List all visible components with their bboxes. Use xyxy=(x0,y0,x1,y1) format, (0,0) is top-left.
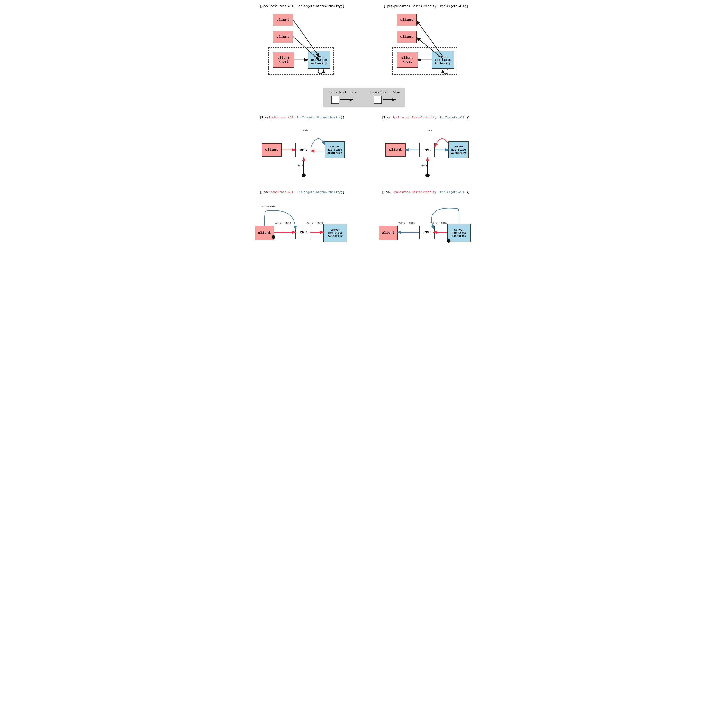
label-3-right-open: [Rpc( xyxy=(382,190,393,194)
label-2-left-plain: [Rpc( xyxy=(260,116,269,119)
var-label-top-left: var a = data xyxy=(259,205,275,208)
var-label-right-left: var a = data xyxy=(307,222,323,224)
legend-false-box xyxy=(374,96,382,104)
client-var-2: client xyxy=(379,226,398,240)
label-3-left-c: , xyxy=(293,190,297,194)
legend: invoke local = true xyxy=(323,88,405,107)
client-rpc-2: client xyxy=(385,143,406,157)
var-label-mid-right: var a = data xyxy=(398,222,414,224)
page-container: [Rpc(RpcSources.All, RpcTargets.StateAut… xyxy=(245,5,483,254)
client-box-2: client xyxy=(273,31,293,43)
server-box-2: serverHas StateAuthority xyxy=(431,51,454,69)
label-2-left-blue: RpcTargets.StateAuthority xyxy=(297,116,341,119)
client-host-box-1: client-host xyxy=(273,52,294,68)
label-2-right-blue: RpcTargets.All xyxy=(440,116,464,119)
rpc-diagram-2-left: client RPC serverHas StateAuthority data… xyxy=(259,123,345,182)
server-var-1: serverHas StateAuthority xyxy=(323,224,347,242)
row-3: [Rpc(RpcSources.All, RpcTargets.StateAut… xyxy=(245,190,483,254)
rpc-diagram-3-right: var a = data var a = data client RPC ser… xyxy=(379,204,473,254)
label-2-left-close: )] xyxy=(341,116,344,119)
rpc-diagram-3-left: var a = data var a = data var a = data c… xyxy=(255,204,349,254)
dot-server-2 xyxy=(447,239,450,243)
diagram-block-1-left: [Rpc(RpcSources.All, RpcTargets.StateAut… xyxy=(245,5,359,79)
data-label-top-1: data xyxy=(303,129,309,132)
legend-item-false: invoke local = false xyxy=(370,91,400,104)
row-1: [Rpc(RpcSources.All, RpcTargets.StateAut… xyxy=(245,5,483,79)
client-box-3: client xyxy=(397,14,417,26)
label-3-left-blue: RpcTargets.StateAuthority xyxy=(297,190,341,194)
rpc-var-2: RPC xyxy=(419,226,435,239)
server-box-1: serverHas StateAuthority xyxy=(308,51,330,69)
server-rpc-2: serverHas StateAuthority xyxy=(448,141,469,158)
legend-false-visual xyxy=(374,96,396,104)
server-var-2: serverHas StateAuthority xyxy=(447,224,471,242)
client-rpc-1: client xyxy=(262,143,282,157)
client-host-box-2: client-host xyxy=(397,52,418,68)
label-3-right: [Rpc( RpcSources.StateAuthority, RpcTarg… xyxy=(382,190,470,194)
legend-true-label: invoke local = true xyxy=(328,91,356,94)
label-2-right-red: RpcSources.StateAuthority xyxy=(393,116,436,119)
label-2-right-close: )] xyxy=(465,116,470,119)
legend-true-visual xyxy=(331,96,354,104)
legend-false-label: invoke local = false xyxy=(370,91,400,94)
client-box-4: client xyxy=(397,31,417,43)
label-3-right-red: RpcSources.StateAuthority xyxy=(393,190,436,194)
data-label-bottom-2: data xyxy=(421,165,427,167)
label-3-left-open: [Rpc( xyxy=(260,190,269,194)
label-3-right-blue: RpcTargets.All xyxy=(440,190,464,194)
rpc-box-1: RPC xyxy=(295,143,311,158)
var-label-right-right: var a = data xyxy=(430,222,447,224)
label-2-left-red: RpcSources.All xyxy=(269,116,293,119)
label-1-right: [Rpc(RpcSources.StateAuthority, RpcTarge… xyxy=(384,5,468,8)
rpc-box-2: RPC xyxy=(419,143,435,158)
label-2-left-comma: , xyxy=(293,116,297,119)
label-1-left: [Rpc(RpcSources.All, RpcTargets.StateAut… xyxy=(260,5,344,8)
legend-false-arrow xyxy=(383,96,396,104)
rpc-var-1: RPC xyxy=(295,226,311,239)
data-label-top-2: data xyxy=(427,129,433,132)
legend-true-arrow xyxy=(340,96,354,104)
rpc-diagram-2-right: client RPC serverHas StateAuthority data… xyxy=(383,123,469,182)
label-3-left-close: )] xyxy=(341,190,344,194)
label-2-right-comma: , xyxy=(436,116,440,119)
diagram-block-3-left: [Rpc(RpcSources.All, RpcTargets.StateAut… xyxy=(245,190,359,254)
legend-item-true: invoke local = true xyxy=(328,91,356,104)
label-2-right: [Rpc( RpcSources.StateAuthority, RpcTarg… xyxy=(382,116,470,119)
label-2-left: [Rpc(RpcSources.All, RpcTargets.StateAut… xyxy=(260,116,344,119)
label-2-right-open: [Rpc( xyxy=(382,116,393,119)
server-rpc-1: serverHas StateAuthority xyxy=(324,141,345,158)
diagram-block-2-left: [Rpc(RpcSources.All, RpcTargets.StateAut… xyxy=(245,116,359,182)
dot-1 xyxy=(302,173,306,177)
label-3-right-c: , xyxy=(436,190,440,194)
diagram-block-3-right: [Rpc( RpcSources.StateAuthority, RpcTarg… xyxy=(369,190,483,254)
label-3-left: [Rpc(RpcSources.All, RpcTargets.StateAut… xyxy=(260,190,344,194)
row-2: [Rpc(RpcSources.All, RpcTargets.StateAut… xyxy=(245,116,483,182)
diagram-block-1-right: [Rpc(RpcSources.StateAuthority, RpcTarge… xyxy=(369,5,483,79)
legend-row: invoke local = true xyxy=(245,88,483,107)
client-var-1: client xyxy=(255,226,274,240)
dot-2 xyxy=(425,173,430,177)
client-box-1: client xyxy=(273,14,293,26)
legend-true-box xyxy=(331,96,339,104)
label-3-right-close: )] xyxy=(465,190,470,194)
label-3-left-red: RpcSources.All xyxy=(269,190,293,194)
dot-client-1 xyxy=(272,235,275,239)
var-label-mid-left: var a = data xyxy=(275,222,291,224)
data-label-bottom-1: data xyxy=(298,165,303,167)
diagram-block-2-right: [Rpc( RpcSources.StateAuthority, RpcTarg… xyxy=(369,116,483,182)
